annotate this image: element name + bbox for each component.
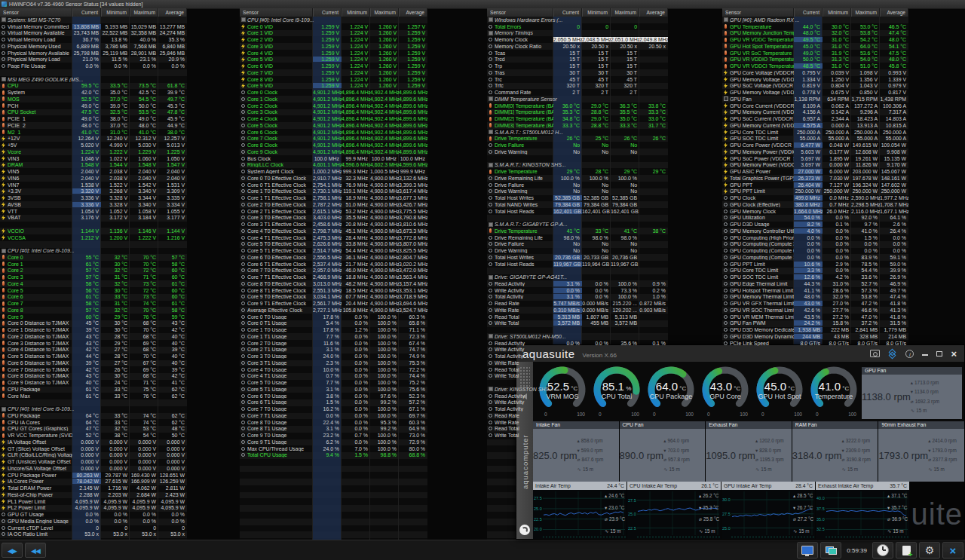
sensor-section-row[interactable]: Windows Hardware Errors (...: [487, 17, 668, 23]
sensor-row[interactable]: GPU D3D Memory Dynamic244 MB43 MB328 MB2…: [722, 333, 908, 340]
sensor-row[interactable]: Read Activity0.0 %0.0 %35.6 %0.1 %: [487, 340, 668, 347]
sensor-row[interactable]: CPU59.5 °C33.5 °C73.5 °C61.8 °C: [0, 83, 187, 90]
sensor-row[interactable]: Core 055 °C32 °C70 °C57 °C: [0, 254, 187, 261]
column-header-row[interactable]: SensorCurrentMinimumMaximumAverage: [0, 8, 187, 17]
column-header-minimum[interactable]: Minimum: [342, 8, 370, 17]
sensor-row[interactable]: GPU Core TDC Limit250.000 A250.000 A250.…: [722, 129, 908, 136]
column-header-maximum[interactable]: Maximum: [370, 8, 399, 17]
sensor-row[interactable]: +12V12.264 V12.240 V12.312 V12.257 V: [0, 136, 187, 142]
sensor-row[interactable]: Core 7 Clock4,901.2 MHz4,896.4 MHz4,902.…: [240, 136, 427, 142]
sensor-row[interactable]: Core 857 °C32 °C70 °C58 °C: [0, 307, 187, 314]
sensor-row[interactable]: CPU IA Cores64 °C33 °C74 °C62 °C: [0, 419, 187, 426]
sensor-row[interactable]: GPU Core Power (VDDCR_GFX)6.477 W0.048 W…: [722, 142, 908, 148]
sensor-row[interactable]: Core 5 Distance to TJMAX44 °C28 °C70 °C4…: [0, 353, 187, 360]
sensor-row[interactable]: GPU SOC TDC Limit55.000 A55.000 A55.000 …: [722, 136, 908, 142]
sensor-row[interactable]: GPU Memory Voltage (VDDCI...0.778 V0.675…: [722, 89, 908, 96]
sensor-row[interactable]: Core 9 VID1.259 V1.224 V1.260 V1.259 V: [240, 83, 427, 90]
column-header-current[interactable]: Current: [313, 8, 342, 17]
sensor-row[interactable]: Total CPU Usage9.4 %1.5 %98.8 %68.8 %: [240, 452, 427, 459]
sensor-row[interactable]: Page File Usage0.0 %0.0 %0.0 %0.0 %: [0, 63, 187, 69]
sensor-row[interactable]: GPU Memory Voltage (VDDIO)1.334 V1.250 V…: [722, 76, 908, 83]
sensor-row[interactable]: Core 7 T1 Effective Clock2,468.9 MHz18.8…: [240, 274, 427, 280]
sensor-row[interactable]: Rest-of-Chip Power2.288 W2.203 W2.684 W2…: [0, 491, 187, 498]
sensor-row[interactable]: Core 7 Distance to TJMAX42 °C26 °C69 °C3…: [0, 366, 187, 373]
sensor-row[interactable]: Core 3 VID1.259 V1.224 V1.260 V1.259 V: [240, 43, 427, 50]
sensor-row[interactable]: Core 3 T1 Effective Clock2,458.6 MHz20.8…: [240, 221, 427, 228]
column-header-maximum[interactable]: Maximum: [851, 8, 880, 17]
column-header-minimum[interactable]: Minimum: [101, 8, 130, 17]
sensor-row[interactable]: GPU Memory Clock1,664.0 MHz26.0 MHz2,116…: [722, 208, 908, 215]
sensor-row[interactable]: DIMM[1] Temperature (BAN...35.3 °C28.8 °…: [487, 109, 668, 116]
sensor-row[interactable]: Core 960 °C29 °C76 °C59 °C: [0, 314, 187, 320]
sensor-row[interactable]: Core 5 T1 Usage3.1 %0.0 %100.0 %75.6 %: [240, 386, 427, 393]
column-header-average[interactable]: Average: [158, 8, 187, 17]
sensor-row[interactable]: VIN62.040 V2.038 V2.040 V2.040 V: [0, 175, 187, 182]
sensor-row[interactable]: Core 7 T0 Usage16.2 %0.0 %100.0 %67.1 %: [240, 405, 427, 412]
sensor-row[interactable]: DIMM[3] Temperature (BAN...33.3 °C28.8 °…: [487, 122, 668, 129]
blank-row[interactable]: [487, 268, 668, 274]
sensor-row[interactable]: GPU VR SoC Temperature49.0 °C31.9 °C53.6…: [722, 50, 908, 57]
sensor-row[interactable]: Write Total3,572 MB455 MB3,572 MB: [487, 320, 668, 327]
sensor-row[interactable]: Core 6 T1 Effective Clock2,537.4 MHz21.7…: [240, 261, 427, 268]
sensor-row[interactable]: DRAM1.548 V1.544 V1.548 V1.547 V: [0, 162, 187, 169]
sensor-row[interactable]: Core 4 T1 Usage0.7 %0.0 %100.0 %74.4 %: [240, 373, 427, 380]
sensor-row[interactable]: Core 3 Distance to TJMAX43 °C29 °C69 °C4…: [0, 340, 187, 347]
sensor-row[interactable]: CLR (CBo/LLC/Ring) Voltage ...0.000 V0.0…: [0, 452, 187, 459]
sensor-section-row[interactable]: CPU [#0]: Intel Core i9-109...: [240, 17, 427, 23]
sensor-row[interactable]: GPU Media Engine Usage0.0 %0.0 %0.0 %0.0…: [0, 518, 187, 525]
sensor-row[interactable]: Memory Clock2,050.5 MHz2,048.5 MHz2,051.…: [487, 36, 668, 43]
sensor-row[interactable]: Core 3 T0 Usage24.0 %0.0 %100.0 %74.9 %: [240, 353, 427, 360]
sensor-row[interactable]: Core 1 T0 Usage17.8 %1.2 %100.0 %71.1 %: [240, 326, 427, 333]
sensor-row[interactable]: Core 7 T1 Usage0.0 %0.0 %100.0 %69.7 %: [240, 412, 427, 419]
sensor-row[interactable]: GPU Temperature44.0 °C30.0 °C53.0 °C46.5…: [722, 23, 908, 30]
sensor-row[interactable]: GPU Computing (High Priorit...0.0 %0.0 %…: [722, 234, 908, 241]
sensor-row[interactable]: GPU Memory Power (VDDIO)5.603 W0.177 W12…: [722, 148, 908, 155]
sensor-row[interactable]: GPU Hotspot Thermal Limit41.1 %28.6 %57.…: [722, 287, 908, 294]
sensor-row[interactable]: Read Total: [487, 366, 668, 373]
column-header-row[interactable]: SensorCurrentMinimumMaximumAverage: [722, 8, 908, 17]
sensor-row[interactable]: Core 2 Clock4,901.2 MHz4,896.4 MHz4,902.…: [240, 103, 427, 109]
sensor-row[interactable]: GPU SoC Current (VDDCR_S...6.957 A2.344 …: [722, 115, 908, 122]
sensor-row[interactable]: VIN71.538 V1.522 V1.542 V1.531 V: [0, 182, 187, 188]
sensor-row[interactable]: PCIE_248.0 °C37.0 °C48.0 °C44.9 °C: [0, 122, 187, 129]
sensor-row[interactable]: Drive Temperature29 °C28 °C29 °C29 °C: [487, 168, 668, 175]
sensor-row[interactable]: DIMM[0] Temperature (BAN...36.0 °C29.0 °…: [487, 103, 668, 109]
sensor-row[interactable]: Read Rate5.747 MB/s0.000 MB/s215.220 ...…: [487, 300, 668, 307]
sensor-section-row[interactable]: GPU [#0]: AMD Radeon RX ...: [722, 17, 908, 23]
sensor-row[interactable]: GPU GT Usage0.0 %0.0 %0.0 %0.0 %: [0, 511, 187, 518]
sensor-section-row[interactable]: S.M.A.R.T.: KINGSTON SHS...: [487, 162, 668, 169]
sensor-row[interactable]: VIN31.046 V1.022 V1.060 V1.050 V: [0, 155, 187, 162]
sensor-row[interactable]: Virtual Memory Committed13,808 MB5,193 M…: [0, 23, 187, 30]
sensor-row[interactable]: GPU Memory Current (VDDIO)4.156 A0.142 A…: [722, 109, 908, 116]
sensor-row[interactable]: Core 9 T1 Effective Clock2,561.7 MHz20.4…: [240, 300, 427, 307]
sensor-row[interactable]: GPU Core Current (VDDCR_...8.109 A0.062 …: [722, 103, 908, 109]
sensor-row[interactable]: Max CPU/Thread Usage24.0 %7.0 %100.0 %80…: [240, 445, 427, 452]
sensor-row[interactable]: GPU Clock499.0 MHz0.0 MHz2,590.0 MHz1,97…: [722, 194, 908, 201]
sensor-row[interactable]: Core 8 Distance to TJMAX43 °C30 °C68 °C4…: [0, 373, 187, 380]
sensor-row[interactable]: Core 2 T1 Usage3.1 %0.0 %100.0 %74.7 %: [240, 347, 427, 353]
sensor-row[interactable]: Total Graphics Power (TGP)26.373 W7.030 …: [722, 175, 908, 182]
blank-row[interactable]: [0, 399, 187, 406]
sensor-row[interactable]: Trfc320 T320 T320 T: [487, 83, 668, 90]
expand-icon[interactable]: [724, 96, 728, 101]
column-header-current[interactable]: Current: [553, 8, 582, 17]
sensor-row[interactable]: Core 0 Distance to TJMAX45 °C30 °C68 °C4…: [0, 320, 187, 327]
collapse-columns-button[interactable]: ◀◀: [25, 543, 46, 558]
sensor-row[interactable]: Core 2 T0 Effective Clock2,787.2 MHz51.0…: [240, 201, 427, 208]
sensor-row[interactable]: Drive FailureNoNoNo: [487, 241, 668, 248]
sensor-row[interactable]: PCIe Link Speed8.0 GT/s8.0 GT/s8.0 GT/s8…: [722, 340, 908, 347]
sensor-row[interactable]: GPU VR GFX Thermal Limit43.0 %27.0 %47.2…: [722, 300, 908, 307]
sensor-row[interactable]: Core 7 T0 Effective Clock2,957.0 MHz46.0…: [240, 268, 427, 274]
sensor-row[interactable]: CPU Socket47.5 °C32.5 °C53.5 °C47.8 °C: [0, 109, 187, 116]
sensor-row[interactable]: GPU Edge Thermal Limit44.3 %31.0 %52.7 %…: [722, 280, 908, 287]
sensor-row[interactable]: CPU Package Power80.263 W29.787 W169.430…: [0, 472, 187, 479]
sensor-section-row[interactable]: MSI MEG Z490 GODLIKE (MS...: [0, 76, 187, 83]
sensor-row[interactable]: Read Total5,313 MB1,807 MB5,313 MB: [487, 314, 668, 320]
column-header-minimum[interactable]: Minimum: [823, 8, 851, 17]
blank-row[interactable]: [487, 155, 668, 162]
sensor-row[interactable]: Write Total: [487, 432, 668, 439]
column-header-sensor[interactable]: Sensor: [722, 8, 794, 17]
sensor-row[interactable]: Core 6 T1 Usage1.5 %0.0 %99.2 %57.2 %: [240, 399, 427, 406]
sensor-row[interactable]: IA Voltage Offset0.000 V0.000 V0.000 V0.…: [0, 439, 187, 445]
sensor-row[interactable]: PL1 Power Limit4,095.9 W4,095.9 W4,095.9…: [0, 498, 187, 505]
